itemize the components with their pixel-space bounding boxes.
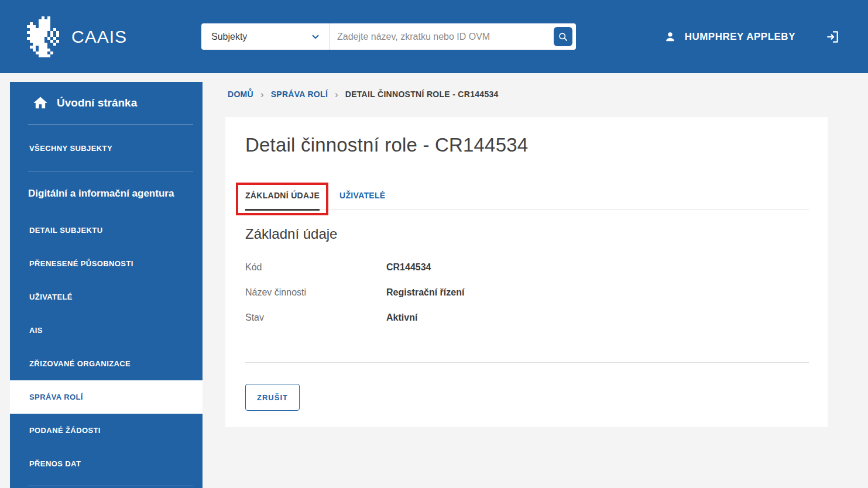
- tab-uzivatele[interactable]: UŽIVATELÉ: [339, 191, 385, 209]
- detail-card: Detail činnostní role - CR144534 ZÁKLADN…: [225, 117, 828, 427]
- home-icon: [32, 95, 49, 111]
- sidebar-item-ais[interactable]: AIS: [10, 314, 203, 347]
- breadcrumb-separator-icon: ›: [260, 90, 264, 99]
- breadcrumb-separator-icon: ›: [335, 90, 338, 99]
- cancel-button[interactable]: ZRUŠIT: [245, 384, 300, 411]
- field-label: Název činnosti: [245, 287, 386, 298]
- sidebar-item-uzivatele[interactable]: UŽIVATELÉ: [10, 280, 203, 314]
- sidebar-item-all-subjects[interactable]: VŠECHNY SUBJEKTY: [10, 132, 203, 165]
- search-category-dropdown[interactable]: Subjekty: [201, 23, 330, 50]
- search-input[interactable]: [330, 23, 554, 50]
- person-icon: [664, 30, 677, 43]
- breadcrumb-link-home[interactable]: DOMŮ: [228, 90, 253, 99]
- sidebar-item-prenesene-pusobnosti[interactable]: PŘENESENÉ PŮSOBNOSTI: [10, 247, 203, 280]
- sidebar-item-podane-zadosti[interactable]: PODANÉ ŽÁDOSTI: [10, 414, 203, 447]
- sidebar-item-prenos-dat[interactable]: PŘENOS DAT: [10, 447, 203, 480]
- tab-label: ZÁKLADNÍ ÚDAJE: [245, 191, 320, 200]
- sidebar-item-home[interactable]: Úvodní stránka: [10, 87, 203, 119]
- user-name: HUMPHREY APPLEBY: [685, 31, 795, 43]
- field-label: Kód: [245, 262, 386, 273]
- field-row-nazev-cinnosti: Název činnosti Registrační řízení: [245, 280, 809, 305]
- chevron-down-icon: [310, 32, 321, 42]
- field-value: CR144534: [386, 262, 431, 273]
- tab-label: UŽIVATELÉ: [339, 191, 385, 200]
- sidebar-section-title: Digitální a informační agentura: [10, 182, 203, 205]
- sidebar-item-detail-subjektu[interactable]: DETAIL SUBJEKTU: [10, 214, 203, 247]
- logout-icon: [825, 29, 840, 44]
- field-value: Aktivní: [386, 312, 417, 323]
- search-icon: [557, 31, 569, 43]
- sidebar-home-label: Úvodní stránka: [57, 97, 137, 109]
- breadcrumb-link-sprava-roli[interactable]: SPRÁVA ROLÍ: [271, 90, 328, 99]
- sidebar-divider: [28, 171, 193, 171]
- search-button[interactable]: [554, 27, 572, 46]
- global-search: Subjekty: [201, 23, 576, 50]
- breadcrumb: DOMŮ › SPRÁVA ROLÍ › DETAIL ČINNOSTNÍ RO…: [225, 88, 828, 101]
- user-area: HUMPHREY APPLEBY: [664, 0, 840, 73]
- tab-zakladni-udaje[interactable]: ZÁKLADNÍ ÚDAJE: [245, 191, 320, 209]
- czech-lion-pixel-icon: [27, 16, 62, 57]
- sidebar-divider: [28, 486, 193, 486]
- field-label: Stav: [245, 312, 386, 323]
- active-tab-underline: [245, 209, 320, 211]
- sidebar-item-zrizovane-organizace[interactable]: ZŘIZOVANÉ ORGANIZACE: [10, 347, 203, 380]
- page-title: Detail činnostní role - CR144534: [245, 132, 809, 158]
- field-value: Registrační řízení: [386, 287, 464, 298]
- breadcrumb-current: DETAIL ČINNOSTNÍ ROLE - CR144534: [345, 90, 499, 99]
- content-divider: [245, 362, 809, 363]
- main-content: DOMŮ › SPRÁVA ROLÍ › DETAIL ČINNOSTNÍ RO…: [225, 82, 828, 427]
- sidebar-nav: DETAIL SUBJEKTU PŘENESENÉ PŮSOBNOSTI UŽI…: [10, 214, 203, 480]
- section-title: Základní údaje: [245, 225, 809, 243]
- app-header: CAAIS Subjekty HUMPHREY APPLEBY: [0, 0, 868, 73]
- field-list: Kód CR144534 Název činnosti Registrační …: [245, 255, 809, 330]
- field-row-kod: Kód CR144534: [245, 255, 809, 280]
- field-row-stav: Stav Aktivní: [245, 305, 809, 330]
- logout-button[interactable]: [825, 29, 840, 44]
- sidebar: Úvodní stránka VŠECHNY SUBJEKTY Digitáln…: [10, 82, 203, 488]
- sidebar-divider: [28, 124, 193, 125]
- tab-bar: ZÁKLADNÍ ÚDAJE UŽIVATELÉ: [245, 191, 809, 210]
- sidebar-item-sprava-roli[interactable]: SPRÁVA ROLÍ: [10, 380, 203, 414]
- search-category-value: Subjekty: [211, 32, 310, 42]
- app-brand[interactable]: CAAIS: [27, 0, 127, 73]
- app-title: CAAIS: [71, 27, 127, 47]
